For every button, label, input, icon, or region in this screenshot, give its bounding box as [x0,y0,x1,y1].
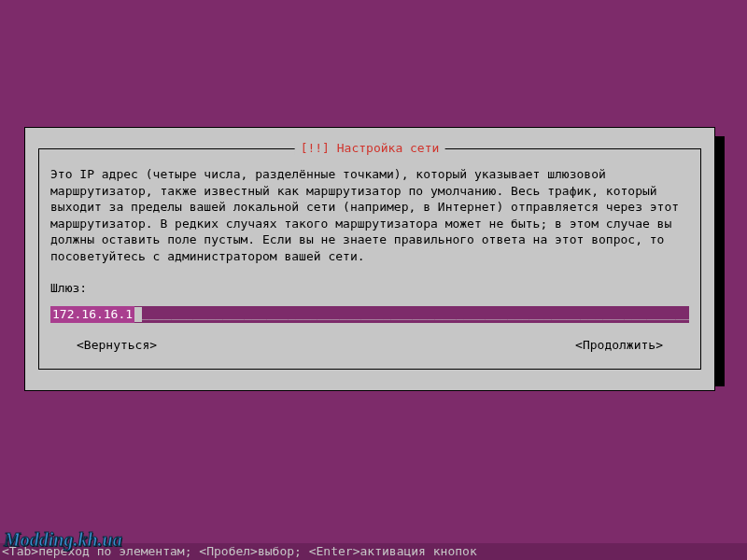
dialog-inner-frame: [!!] Настройка сети Это IP адрес (четыре… [38,148,701,370]
back-button[interactable]: <Вернуться> [77,338,157,352]
input-underline: ________________________________________… [142,306,689,323]
gateway-field-label: Шлюз: [50,281,689,295]
gateway-input[interactable]: 172.16.16.1_____________________________… [50,306,689,323]
network-config-dialog: [!!] Настройка сети Это IP адрес (четыре… [24,127,715,391]
help-bar: <Tab>переход по элементам; <Пробел>выбор… [0,543,747,560]
text-cursor [134,307,142,322]
gateway-input-value: 172.16.16.1 [50,306,134,323]
dialog-title: [!!] Настройка сети [295,141,445,155]
dialog-description: Это IP адрес (четыре числа, разделённые … [50,166,689,264]
continue-button[interactable]: <Продолжить> [575,338,663,352]
dialog-buttons: <Вернуться> <Продолжить> [50,338,689,352]
